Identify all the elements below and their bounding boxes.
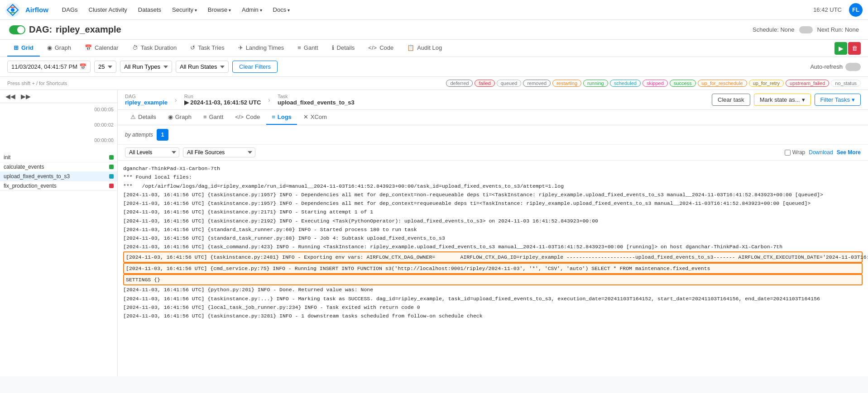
wrap-label: Wrap [792, 149, 805, 156]
task-status-fix-production-events [109, 184, 114, 188]
breadcrumb-arrow-1: › [175, 96, 177, 104]
breadcrumb-task-value[interactable]: upload_fixed_events_to_s3 [278, 99, 355, 106]
badge-removed[interactable]: removed [523, 80, 551, 87]
airflow-logo[interactable] [5, 3, 20, 17]
task-tab-xcom[interactable]: ✕ XCom [298, 110, 332, 125]
breadcrumb-run-value[interactable]: ▶ 2024-11-03, 16:41:52 UTC [184, 99, 261, 106]
clear-filters-button[interactable]: Clear Filters [232, 61, 278, 73]
task-tab-graph[interactable]: ◉ Graph [163, 110, 197, 125]
attempt-1-button[interactable]: 1 [157, 129, 168, 141]
svg-point-1 [11, 8, 14, 12]
status-legend: Press shift + / for Shortcuts deferred f… [0, 77, 868, 90]
run-types-select[interactable]: All Run Types [120, 61, 172, 73]
badge-deferred[interactable]: deferred [446, 80, 473, 87]
dag-next-run-label: Next Run: None [817, 26, 859, 33]
breadcrumb-dag-label: DAG [125, 94, 168, 99]
badge-failed[interactable]: failed [475, 80, 494, 87]
right-panel: DAG ripley_example › Run ▶ 2024-11-03, 1… [118, 90, 868, 376]
badge-up-for-reschedule[interactable]: up_for_reschedule [698, 80, 747, 87]
log-source-select[interactable]: All File Sources [183, 147, 255, 157]
log-level-select[interactable]: All Levels [125, 147, 179, 157]
see-more-button[interactable]: See More [837, 149, 861, 156]
nav-cluster-activity[interactable]: Cluster Activity [84, 5, 132, 15]
task-tab-logs[interactable]: ≡ Logs [266, 110, 297, 125]
tab-gantt[interactable]: ≡ Gantt [291, 40, 324, 57]
wrap-checkbox-input[interactable] [785, 150, 791, 156]
tab-audit-log[interactable]: 📋 Audit Log [401, 40, 448, 57]
tab-task-tries[interactable]: ↺ Task Tries [184, 40, 231, 57]
dag-name: ripley_example [56, 24, 121, 35]
log-line: [2024-11-03, 16:41:56 UTC] {taskinstance… [123, 199, 863, 208]
tab-details[interactable]: ℹ Details [326, 40, 361, 57]
task-code-icon: </> [235, 114, 244, 120]
task-status-upload-fixed-events [109, 174, 114, 179]
dag-schedule-toggle[interactable] [799, 26, 813, 33]
badge-skipped[interactable]: skipped [643, 80, 668, 87]
expand-right-button[interactable]: ▶▶ [19, 92, 33, 101]
nav-dags[interactable]: DAGs [58, 5, 82, 15]
count-select[interactable]: 25 [94, 61, 116, 73]
breadcrumb-run: Run ▶ 2024-11-03, 16:41:52 UTC [184, 94, 261, 106]
user-avatar[interactable]: FL [849, 3, 863, 17]
badge-success[interactable]: success [670, 80, 696, 87]
task-tab-details[interactable]: ⚠ Details [125, 110, 162, 125]
tries-icon: ↺ [190, 44, 195, 51]
badge-scheduled[interactable]: scheduled [610, 80, 641, 87]
nav-browse[interactable]: Browse [203, 5, 235, 15]
badge-upstream-failed[interactable]: upstream_failed [786, 80, 829, 87]
autorefresh-toggle[interactable] [845, 63, 861, 71]
current-time: 16:42 UTC [813, 6, 842, 13]
task-tab-code[interactable]: </> Code [230, 110, 265, 125]
run-states-select[interactable]: All Run States [176, 61, 229, 73]
breadcrumb-dag-value[interactable]: ripley_example [125, 99, 168, 106]
nav-security[interactable]: Security [168, 5, 201, 15]
task-name-init: init [4, 154, 107, 161]
log-line: [2024-11-03, 16:41:56 UTC] {task_command… [123, 242, 863, 251]
breadcrumb-arrow-2: › [268, 96, 270, 104]
log-line: [2024-11-03, 16:41:56 UTC] {taskinstance… [123, 217, 863, 225]
airflow-brand[interactable]: Airflow [25, 6, 48, 14]
task-row-upload-fixed-events[interactable]: upload_fixed_events_to_s3 [0, 172, 117, 181]
task-status-init [109, 155, 114, 160]
task-tab-gantt[interactable]: ≡ Gantt [198, 110, 229, 125]
mark-state-button[interactable]: Mark state as... ▾ [754, 94, 811, 106]
task-details-icon: ⚠ [130, 114, 136, 120]
clear-task-button[interactable]: Clear task [712, 94, 750, 106]
log-body[interactable]: dganchar-ThinkPad-X1-Carbon-7th*** Found… [118, 161, 868, 376]
task-name-calculate-events: calculate_events [4, 164, 107, 170]
timer-icon: ⏱ [132, 44, 138, 51]
tab-graph[interactable]: ◉ Graph [41, 40, 77, 57]
delete-dag-button[interactable]: 🗑 [848, 42, 861, 55]
nav-docs[interactable]: Docs [269, 5, 294, 15]
filter-tasks-button[interactable]: Filter Tasks ▾ [815, 94, 861, 106]
date-filter[interactable]: 11/03/2024, 04:41:57 PM 📅 [7, 61, 91, 73]
gantt-icon: ≡ [297, 44, 301, 51]
task-name-upload-fixed-events: upload_fixed_events_to_s3 [4, 173, 107, 180]
tab-code[interactable]: </> Code [362, 40, 400, 57]
badge-up-for-retry[interactable]: up_for_retry [749, 80, 784, 87]
dag-schedule-label: Schedule: None [753, 26, 795, 33]
badge-running[interactable]: running [583, 80, 608, 87]
nav-admin[interactable]: Admin [237, 5, 267, 15]
task-graph-icon: ◉ [168, 114, 173, 120]
task-row-fix-production-events[interactable]: fix_production_events [0, 181, 117, 191]
badge-no-status[interactable]: no_status [831, 80, 861, 87]
badge-queued[interactable]: queued [497, 80, 522, 87]
log-line: [2024-11-03, 16:41:56 UTC] {standard_tas… [123, 234, 863, 242]
collapse-left-button[interactable]: ◀◀ [4, 92, 17, 101]
breadcrumb-task: Task upload_fixed_events_to_s3 [278, 94, 355, 106]
tab-task-duration[interactable]: ⏱ Task Duration [126, 40, 183, 57]
task-row-calculate-events[interactable]: calculate_events [0, 162, 117, 172]
landing-icon: ✈ [238, 44, 243, 51]
tab-calendar[interactable]: 📅 Calendar [78, 40, 125, 57]
badge-restarting[interactable]: restarting [552, 80, 581, 87]
download-log-button[interactable]: Download [809, 149, 833, 156]
tab-landing-times[interactable]: ✈ Landing Times [232, 40, 291, 57]
calendar-filter-icon: 📅 [79, 63, 86, 70]
task-row-init[interactable]: init [0, 153, 117, 162]
tab-grid[interactable]: ⊞ Grid [7, 40, 40, 57]
dag-toggle[interactable] [9, 25, 25, 34]
nav-datasets[interactable]: Datasets [134, 5, 166, 15]
wrap-toggle[interactable]: Wrap [785, 149, 805, 156]
run-dag-button[interactable]: ▶ [834, 42, 847, 55]
